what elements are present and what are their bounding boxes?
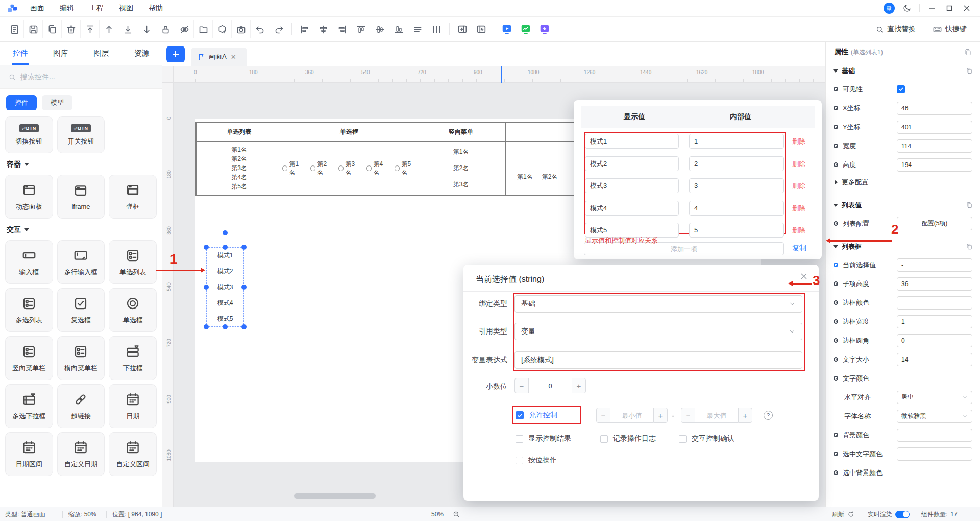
- bring-to-front-icon[interactable]: [81, 20, 100, 38]
- delete-icon[interactable]: [62, 20, 81, 38]
- copy-icon[interactable]: [966, 202, 973, 209]
- canvas-demo-table[interactable]: 单选列表 单选框 竖向菜单 第1名第2名 第3名第4名 第5名 第1名 第2名 …: [195, 122, 614, 196]
- mode-models-button[interactable]: 模型: [42, 95, 72, 110]
- internal-value-input[interactable]: [689, 134, 784, 149]
- delete-row-button[interactable]: 删除: [792, 137, 805, 146]
- list-config-button[interactable]: 配置(5项): [897, 217, 972, 230]
- tab-layers[interactable]: 图层: [81, 42, 121, 65]
- display-value-input[interactable]: [585, 156, 679, 171]
- monitor-chart-icon[interactable]: [516, 20, 535, 38]
- folder-icon[interactable]: [194, 20, 213, 38]
- rotate-handle[interactable]: [223, 230, 228, 235]
- internal-value-input[interactable]: [689, 178, 784, 193]
- minimize-button[interactable]: [927, 3, 937, 13]
- resize-handle[interactable]: [241, 285, 247, 290]
- resize-handle[interactable]: [204, 285, 209, 290]
- resize-handle[interactable]: [241, 324, 247, 329]
- copy-icon[interactable]: [966, 243, 973, 250]
- display-value-input[interactable]: [585, 223, 679, 238]
- realtime-render-toggle[interactable]: 实时渲染: [868, 507, 910, 521]
- radio-icon[interactable]: [366, 165, 372, 171]
- align-center-vertical-icon[interactable]: [314, 20, 333, 38]
- save-icon[interactable]: [24, 20, 43, 38]
- resize-handle[interactable]: [204, 324, 209, 329]
- border-radius-input[interactable]: [897, 334, 972, 347]
- menu-edit[interactable]: 编辑: [52, 4, 82, 13]
- widget-card-multi-dropdown[interactable]: 多选下拉框: [5, 384, 53, 428]
- widget-card-horizontal-menu[interactable]: 横向菜单栏: [57, 336, 105, 380]
- widget-card-radio[interactable]: 单选框: [109, 288, 157, 332]
- shortcuts-button[interactable]: 快捷键: [924, 25, 975, 34]
- increment-button[interactable]: +: [653, 408, 668, 423]
- selected-radio-list-widget[interactable]: 模式1 模式2 模式3 模式4 模式5: [206, 247, 244, 327]
- lock-icon[interactable]: [156, 20, 175, 38]
- selected-text-color-input[interactable]: [897, 447, 972, 461]
- delete-row-button[interactable]: 删除: [792, 204, 805, 213]
- radio-icon[interactable]: [310, 165, 315, 171]
- toggle-on-icon[interactable]: [895, 511, 910, 518]
- maximize-button[interactable]: [944, 3, 954, 13]
- widget-card-checkbox[interactable]: 复选框: [57, 288, 105, 332]
- tab-gallery[interactable]: 图库: [40, 42, 81, 65]
- font-family-select[interactable]: 微软雅黑: [897, 410, 972, 423]
- radio-icon[interactable]: [338, 165, 344, 171]
- delete-row-button[interactable]: 删除: [792, 181, 805, 191]
- max-input[interactable]: [695, 408, 738, 423]
- widget-option[interactable]: 模式4: [207, 295, 243, 311]
- expand-left-panel-icon[interactable]: [472, 20, 491, 38]
- resize-handle[interactable]: [204, 245, 209, 250]
- tab-resources[interactable]: 资源: [121, 42, 162, 65]
- widget-card-custom-range[interactable]: 自定义区间: [109, 432, 157, 476]
- vertical-menu-widget[interactable]: 第1名第2名第3名: [416, 142, 506, 195]
- display-value-input[interactable]: [585, 201, 679, 216]
- widget-option[interactable]: 模式1: [207, 248, 243, 264]
- distribute-icon[interactable]: [427, 20, 446, 38]
- dark-mode-icon[interactable]: [902, 3, 912, 13]
- canvas-tab-screen-a[interactable]: 画面A ✕: [191, 48, 247, 66]
- widget-card-date[interactable]: 日期: [109, 384, 157, 428]
- widget-option[interactable]: 模式3: [207, 279, 243, 295]
- copy-icon[interactable]: [43, 20, 62, 38]
- visibility-checkbox[interactable]: [897, 85, 905, 93]
- confirm-control-checkbox[interactable]: 交互控制确认: [679, 434, 734, 443]
- add-component-icon[interactable]: [213, 20, 232, 38]
- export-download-icon[interactable]: [535, 20, 554, 38]
- item-height-input[interactable]: [897, 277, 972, 291]
- delete-row-button[interactable]: 删除: [792, 226, 805, 235]
- expand-right-panel-icon[interactable]: [453, 20, 472, 38]
- section-interaction[interactable]: 交互: [0, 219, 162, 239]
- new-page-icon[interactable]: [5, 20, 24, 38]
- radio-icon[interactable]: [282, 165, 287, 171]
- expression-input[interactable]: [系统模式]: [514, 351, 802, 369]
- equal-spacing-icon[interactable]: [408, 20, 427, 38]
- delete-row-button[interactable]: 删除: [792, 159, 805, 169]
- widget-card-modal[interactable]: 弹框: [109, 175, 157, 219]
- show-result-checkbox[interactable]: 显示控制结果: [516, 434, 571, 443]
- find-replace-button[interactable]: 查找替换: [867, 25, 924, 34]
- height-input[interactable]: [897, 158, 972, 172]
- refresh-button[interactable]: 刷新: [832, 507, 854, 521]
- horizontal-scrollbar[interactable]: [294, 493, 376, 499]
- help-icon[interactable]: ?: [764, 411, 773, 420]
- menu-screen[interactable]: 画面: [22, 4, 52, 13]
- section-list-value[interactable]: 列表值: [826, 197, 980, 214]
- copy-list-button[interactable]: 复制: [792, 244, 806, 253]
- add-screen-button[interactable]: [166, 46, 185, 62]
- widget-card-custom-date[interactable]: 自定义日期: [57, 432, 105, 476]
- redo-icon[interactable]: [270, 20, 288, 38]
- menu-view[interactable]: 视图: [111, 4, 141, 13]
- widget-card-switch-button[interactable]: ⇌BTN 开关按钮: [57, 116, 105, 153]
- copy-icon[interactable]: [966, 67, 973, 75]
- align-center-horizontal-icon[interactable]: [371, 20, 389, 38]
- widget-search-input[interactable]: 搜索控件...: [0, 65, 162, 89]
- internal-value-input[interactable]: [689, 223, 784, 238]
- widget-card-textarea[interactable]: 多行输入框: [57, 240, 105, 284]
- widget-card-date-range[interactable]: 日期区间: [5, 432, 53, 476]
- widget-card-multi-list[interactable]: 多选列表: [5, 288, 53, 332]
- close-dialog-icon[interactable]: [800, 273, 807, 282]
- horizontal-align-select[interactable]: 居中: [897, 391, 972, 404]
- bitwise-checkbox[interactable]: 按位操作: [516, 456, 557, 465]
- border-color-input[interactable]: [897, 296, 972, 310]
- close-button[interactable]: [962, 3, 972, 13]
- increment-button[interactable]: +: [738, 408, 752, 423]
